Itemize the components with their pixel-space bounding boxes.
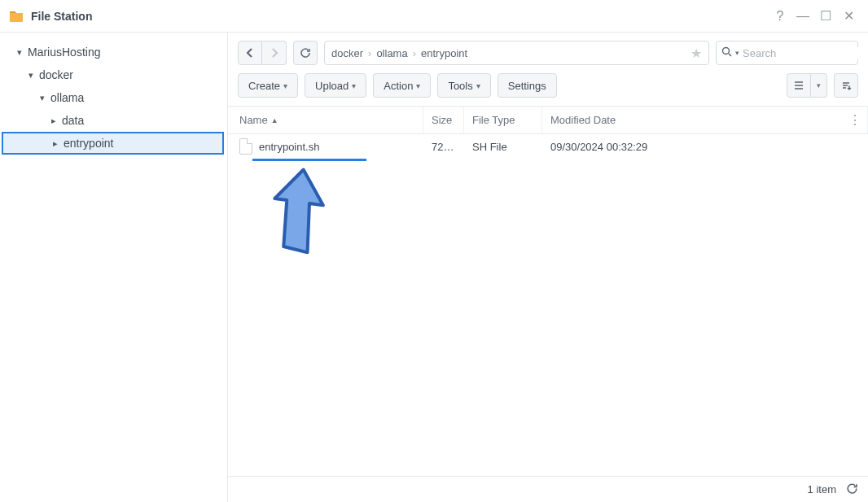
folder-tree: ▾MariusHosting ▾docker ▾ollama ▸data ▸en… — [0, 33, 228, 502]
upload-button[interactable]: Upload▾ — [305, 73, 366, 98]
favorite-star-icon[interactable]: ★ — [690, 46, 702, 61]
caret-down-icon: ▾ — [352, 81, 356, 90]
btn-label: Upload — [315, 80, 349, 92]
sort-asc-icon: ▲ — [271, 116, 278, 124]
col-label: Name — [239, 114, 268, 126]
table-body: entrypoint.sh 72… SH File 09/30/2024 00:… — [228, 134, 868, 476]
help-icon[interactable]: ? — [769, 5, 791, 28]
titlebar: File Station ? — ☐ ✕ — [0, 0, 868, 33]
forward-button[interactable] — [262, 41, 287, 65]
back-button[interactable] — [238, 41, 262, 65]
col-label: Size — [432, 114, 452, 126]
search-icon — [721, 46, 732, 59]
tree-label: MariusHosting — [28, 46, 100, 59]
tree-item-ollama[interactable]: ▾ollama — [0, 86, 227, 109]
app-title: File Station — [31, 10, 769, 23]
file-icon — [239, 138, 252, 155]
tree-label: data — [62, 114, 84, 127]
close-icon[interactable]: ✕ — [837, 5, 860, 28]
col-size[interactable]: Size — [423, 107, 464, 133]
view-options-button[interactable]: ▾ — [811, 73, 827, 98]
tools-button[interactable]: Tools▾ — [437, 73, 490, 98]
crumb-docker[interactable]: docker — [331, 47, 363, 59]
chevron-down-icon[interactable]: ▾ — [735, 49, 739, 57]
caret-down-icon: ▾ — [37, 93, 47, 103]
tree-item-data[interactable]: ▸data — [0, 109, 227, 132]
tree-label: docker — [39, 68, 73, 81]
tree-label: entrypoint — [64, 137, 113, 150]
svg-point-0 — [723, 48, 730, 55]
caret-down-icon: ▾ — [476, 81, 480, 90]
refresh-icon[interactable] — [846, 482, 858, 497]
file-type: SH File — [464, 141, 542, 153]
minimize-icon[interactable]: — — [791, 5, 814, 28]
col-name[interactable]: Name▲ — [228, 107, 423, 133]
chevron-right-icon: › — [413, 47, 416, 59]
caret-right-icon: ▸ — [50, 138, 60, 149]
col-date[interactable]: Modified Date — [542, 107, 868, 133]
col-label: Modified Date — [550, 114, 616, 126]
btn-label: Action — [384, 80, 413, 92]
search-box[interactable]: ▾ — [716, 41, 858, 65]
tree-item-docker[interactable]: ▾docker — [0, 63, 227, 86]
maximize-icon[interactable]: ☐ — [814, 5, 837, 28]
col-label: File Type — [472, 114, 515, 126]
settings-button[interactable]: Settings — [498, 73, 557, 98]
btn-label: Create — [248, 80, 280, 92]
caret-down-icon: ▾ — [416, 81, 420, 90]
tree-label: ollama — [50, 91, 84, 104]
reload-button[interactable] — [293, 41, 318, 65]
table-header: Name▲ Size File Type Modified Date ⋮ — [228, 107, 868, 134]
item-count: 1 item — [808, 483, 836, 495]
caret-down-icon: ▾ — [283, 81, 287, 90]
caret-down-icon: ▾ — [15, 47, 24, 58]
crumb-ollama[interactable]: ollama — [376, 47, 407, 59]
table-row[interactable]: entrypoint.sh 72… SH File 09/30/2024 00:… — [228, 134, 868, 159]
col-type[interactable]: File Type — [464, 107, 542, 133]
annotation-underline — [252, 159, 366, 161]
tree-item-entrypoint[interactable]: ▸entrypoint — [2, 132, 224, 155]
action-button[interactable]: Action▾ — [373, 73, 431, 98]
file-date: 09/30/2024 00:32:29 — [542, 141, 868, 153]
file-name: entrypoint.sh — [259, 141, 319, 153]
btn-label: Tools — [448, 80, 472, 92]
nav-toolbar: docker › ollama › entrypoint ★ ▾ — [228, 33, 868, 73]
tree-root[interactable]: ▾MariusHosting — [0, 41, 227, 63]
sort-button[interactable] — [834, 73, 858, 98]
caret-down-icon: ▾ — [26, 70, 36, 81]
column-menu-icon[interactable]: ⋮ — [848, 112, 861, 128]
statusbar: 1 item — [228, 476, 868, 502]
caret-right-icon: ▸ — [49, 116, 59, 126]
create-button[interactable]: Create▾ — [238, 73, 298, 98]
view-list-button[interactable] — [787, 73, 811, 98]
crumb-entrypoint[interactable]: entrypoint — [421, 47, 467, 59]
chevron-right-icon: › — [368, 47, 371, 59]
file-size: 72… — [423, 141, 464, 153]
app-folder-icon — [8, 8, 24, 24]
annotation-arrow-icon — [261, 165, 334, 265]
search-input[interactable] — [743, 47, 868, 59]
action-toolbar: Create▾ Upload▾ Action▾ Tools▾ Settings … — [228, 73, 868, 106]
btn-label: Settings — [508, 80, 546, 92]
breadcrumb: docker › ollama › entrypoint ★ — [324, 41, 709, 65]
